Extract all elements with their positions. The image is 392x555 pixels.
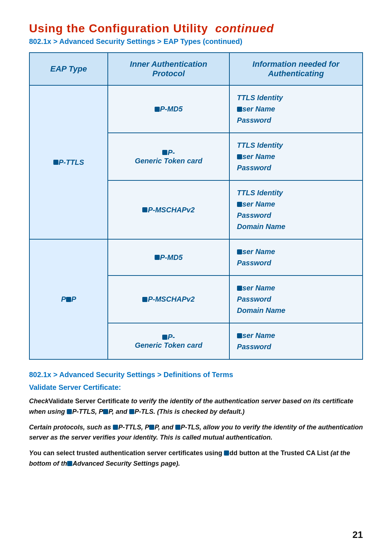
- eap-icon: [237, 333, 242, 338]
- page-title: Using the Configuration Utility continue…: [29, 22, 363, 35]
- eap-type-peap: PP: [29, 239, 108, 359]
- eap-table: EAP Type Inner Authentication Protocol I…: [29, 52, 363, 360]
- eap-icon: [142, 207, 147, 212]
- info-ttls-mschapv2: TTLS Identity ser Name Password Domain N…: [229, 180, 363, 239]
- info-peap-gtc: ser Name Password: [229, 323, 363, 359]
- eap-icon: [149, 425, 154, 430]
- eap-icon: [237, 202, 242, 207]
- title-main: Using the Configuration Utility: [29, 22, 208, 35]
- eap-icon: [66, 297, 71, 302]
- inner-protocol-gtc-ttls: P-Generic Token card: [108, 133, 229, 180]
- info-peap-mschapv2: ser Name Password Domain Name: [229, 276, 363, 323]
- eap-icon: [237, 249, 242, 254]
- col-eap-type-header: EAP Type: [29, 53, 108, 85]
- section-subtitle: 802.1x > Advanced Security Settings > EA…: [29, 37, 363, 46]
- validate-title: Validate Server Certificate:: [29, 383, 363, 392]
- inner-protocol-md5-ttls: P-MD5: [108, 85, 229, 133]
- table-row: PP P-MD5 ser Name Password: [29, 239, 363, 276]
- eap-type-ttls: P-TTLS: [29, 85, 108, 239]
- table-header-row: EAP Type Inner Authentication Protocol I…: [29, 53, 363, 85]
- eap-icon: [129, 409, 134, 414]
- col-inner-auth-header: Inner Authentication Protocol: [108, 53, 229, 85]
- eap-icon: [155, 255, 160, 260]
- definitions-para1: CheckValidate Server Certificate to veri…: [29, 396, 363, 417]
- info-ttls-gtc: TTLS Identity ser Name Password: [229, 133, 363, 180]
- eap-icon: [155, 107, 160, 112]
- info-peap-md5: ser Name Password: [229, 239, 363, 276]
- table-row: P-TTLS P-MD5 TTLS Identity ser Name Pass…: [29, 85, 363, 133]
- eap-icon: [142, 297, 147, 302]
- inner-protocol-gtc-peap: P-Generic Token card: [108, 323, 229, 359]
- info-ttls-md5: TTLS Identity ser Name Password: [229, 85, 363, 133]
- eap-icon: [67, 409, 72, 414]
- eap-icon: [237, 286, 242, 291]
- eap-icon: [175, 425, 180, 430]
- eap-icon: [237, 107, 242, 112]
- eap-icon: [103, 409, 108, 414]
- inner-protocol-md5-peap: P-MD5: [108, 239, 229, 276]
- inner-protocol-mschapv2-peap: P-MSCHAPv2: [108, 276, 229, 323]
- eap-icon: [113, 425, 118, 430]
- page-number: 21: [352, 529, 363, 540]
- definitions-subtitle: 802.1x > Advanced Security Settings > De…: [29, 371, 363, 379]
- title-italic: continued: [215, 22, 274, 35]
- inner-protocol-mschapv2-ttls: P-MSCHAPv2: [108, 180, 229, 239]
- definitions-para3: You can select trusted authentication se…: [29, 448, 363, 469]
- eap-icon: [162, 335, 167, 340]
- eap-icon: [237, 154, 242, 159]
- eap-icon: [224, 450, 229, 456]
- eap-icon: [162, 150, 167, 155]
- definitions-para2: Certain protocols, such as P-TTLS, PP, a…: [29, 422, 363, 443]
- col-info-header: Information needed for Authenticating: [229, 53, 363, 85]
- eap-icon: [53, 160, 58, 165]
- eap-icon: [67, 461, 72, 466]
